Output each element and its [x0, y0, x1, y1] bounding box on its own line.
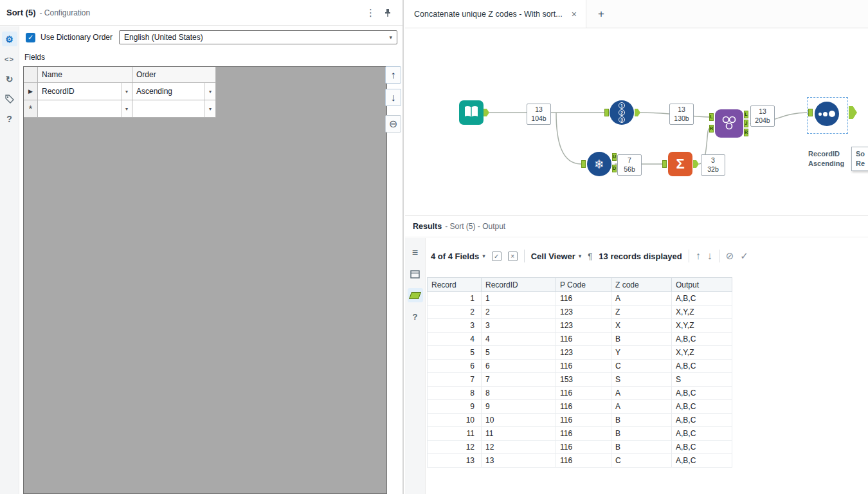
table-row[interactable]: 22123ZX,Y,Z [428, 306, 732, 319]
table-cell[interactable]: 1 [482, 292, 556, 306]
move-field-up-button[interactable]: ↑ [385, 66, 401, 84]
table-cell[interactable]: Z [611, 306, 672, 319]
table-cell[interactable]: 4 [482, 333, 556, 346]
table-cell[interactable]: A,B,C [672, 414, 732, 427]
join-tool[interactable] [715, 109, 743, 138]
table-cell[interactable]: 6 [482, 360, 556, 373]
table-cell[interactable]: B [611, 441, 672, 454]
table-cell[interactable]: A [611, 292, 672, 306]
row-selector-current[interactable]: ▶ [24, 83, 38, 100]
table-row[interactable]: 1313116CA,B,C [428, 454, 732, 468]
sort-tool[interactable] [815, 102, 839, 126]
panel-menu-icon[interactable]: ⋮ [358, 7, 383, 19]
column-header[interactable]: Z code [611, 278, 672, 292]
column-header[interactable]: Output [672, 278, 732, 292]
table-cell[interactable]: 123 [556, 306, 611, 319]
table-cell[interactable]: 8 [428, 387, 482, 400]
pilcrow-icon[interactable]: ¶ [588, 252, 592, 261]
unique-tool[interactable]: ❄ [587, 152, 611, 176]
table-cell[interactable]: A,B,C [672, 360, 732, 373]
new-tab-button[interactable]: + [586, 0, 616, 28]
column-header[interactable]: RecordID [482, 278, 556, 292]
table-cell[interactable]: 116 [556, 427, 611, 441]
table-row[interactable]: 77153SS [428, 373, 732, 387]
table-cell[interactable]: 116 [556, 454, 611, 468]
table-cell[interactable]: 9 [482, 400, 556, 414]
name-cell-dropdown[interactable]: RecordID ▾ [38, 83, 132, 100]
table-cell[interactable]: 153 [556, 373, 611, 387]
table-cell[interactable]: C [611, 360, 672, 373]
input-data-tool[interactable] [459, 100, 484, 125]
table-cell[interactable]: X [611, 319, 672, 333]
table-cell[interactable]: 10 [428, 414, 482, 427]
summarize-input-anchor[interactable] [662, 160, 667, 168]
grid-name-header[interactable]: Name [38, 67, 132, 83]
table-cell[interactable]: 9 [428, 400, 482, 414]
table-cell[interactable]: A,B,C [672, 292, 732, 306]
join-l-output-anchor[interactable]: L [744, 111, 748, 118]
table-row[interactable]: 1212116BA,B,C [428, 441, 732, 454]
table-row[interactable]: 55123YX,Y,Z [428, 346, 732, 360]
chevron-down-icon[interactable]: ▾ [121, 100, 132, 117]
chevron-down-icon[interactable]: ▾ [121, 83, 132, 100]
unique-d-anchor[interactable]: D [612, 165, 617, 172]
table-cell[interactable]: 123 [556, 319, 611, 333]
table-cell[interactable]: 5 [482, 346, 556, 360]
table-cell[interactable]: 13 [482, 454, 556, 468]
help-icon[interactable]: ? [2, 111, 17, 126]
table-cell[interactable]: 3 [428, 319, 482, 333]
table-cell[interactable]: 8 [482, 387, 556, 400]
table-cell[interactable]: 116 [556, 387, 611, 400]
table-cell[interactable]: 5 [428, 346, 482, 360]
workflow-canvas[interactable]: 1 2 3 ❄ Σ [405, 28, 868, 215]
record-id-tool[interactable]: 1 2 3 [610, 100, 634, 125]
down-arrow-icon[interactable]: ↓ [707, 250, 712, 262]
table-row[interactable]: 1010116BA,B,C [428, 414, 732, 427]
column-header[interactable]: Record [428, 278, 482, 292]
tag-icon[interactable] [2, 91, 17, 106]
table-row[interactable]: 11116AA,B,C [428, 292, 732, 306]
table-cell[interactable]: B [611, 333, 672, 346]
workflow-tab[interactable]: Concatenate unique Z codes - With sort..… [405, 0, 586, 28]
table-cell[interactable]: 12 [428, 441, 482, 454]
help-icon[interactable]: ? [408, 309, 423, 324]
join-left-input-anchor[interactable]: L [709, 113, 714, 121]
language-dropdown[interactable]: English (United States) ▾ [119, 30, 397, 44]
table-cell[interactable]: X,Y,Z [672, 319, 732, 333]
table-cell[interactable]: A [611, 400, 672, 414]
table-row[interactable]: 33123XX,Y,Z [428, 319, 732, 333]
refresh-icon[interactable]: ↻ [2, 71, 17, 86]
table-cell[interactable]: B [611, 427, 672, 441]
fields-dropdown[interactable]: 4 of 4 Fields ▾ [431, 252, 485, 261]
gear-icon[interactable]: ⚙ [2, 32, 17, 46]
table-cell[interactable]: 123 [556, 346, 611, 360]
table-row[interactable]: 66116CA,B,C [428, 360, 732, 373]
sort-input-anchor[interactable] [808, 109, 813, 116]
table-cell[interactable]: 7 [428, 373, 482, 387]
table-cell[interactable]: C [611, 454, 672, 468]
table-cell[interactable]: 6 [428, 360, 482, 373]
table-cell[interactable]: 1 [428, 292, 482, 306]
table-cell[interactable]: 12 [482, 441, 556, 454]
chevron-down-icon[interactable]: ▾ [204, 100, 215, 117]
table-cell[interactable]: 2 [482, 306, 556, 319]
table-cell[interactable]: 11 [482, 427, 556, 441]
table-cell[interactable]: A,B,C [672, 333, 732, 346]
output-data-icon[interactable] [408, 288, 423, 302]
table-cell[interactable]: A,B,C [672, 454, 732, 468]
move-field-down-button[interactable]: ↓ [385, 89, 401, 106]
select-all-fields-icon[interactable]: ✓ [492, 252, 502, 261]
name-cell-empty[interactable]: ▾ [38, 100, 132, 118]
deselect-all-fields-icon[interactable]: × [508, 252, 518, 261]
unique-input-anchor[interactable] [581, 160, 586, 168]
close-icon[interactable]: × [572, 9, 577, 19]
table-cell[interactable]: 7 [482, 373, 556, 387]
block-icon[interactable]: ⊘ [726, 250, 734, 262]
xml-code-icon[interactable]: <> [2, 51, 17, 66]
table-cell[interactable]: 116 [556, 292, 611, 306]
table-cell[interactable]: A,B,C [672, 400, 732, 414]
grid-order-header[interactable]: Order [132, 67, 216, 83]
recordid-input-anchor[interactable] [604, 109, 609, 116]
table-cell[interactable]: 2 [428, 306, 482, 319]
table-cell[interactable]: 13 [428, 454, 482, 468]
